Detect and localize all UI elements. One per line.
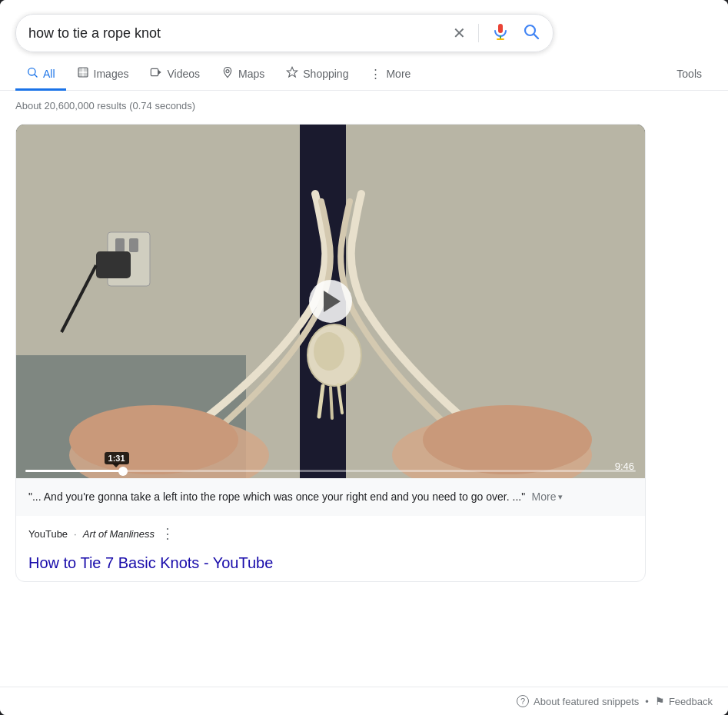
divider — [478, 24, 479, 42]
tools-label: Tools — [676, 68, 702, 80]
svg-rect-11 — [83, 73, 87, 77]
tab-images-label: Images — [94, 68, 129, 80]
tab-videos-label: Videos — [167, 68, 200, 80]
browser-window: how to tie a rope knot ✕ — [0, 0, 728, 715]
timestamp-arrow — [112, 464, 120, 467]
play-triangle-icon — [324, 291, 341, 312]
svg-marker-15 — [288, 67, 298, 77]
flag-icon: ⚑ — [655, 695, 665, 707]
clear-icon[interactable]: ✕ — [453, 24, 466, 42]
more-dots-icon: ⋮ — [370, 67, 381, 81]
svg-point-32 — [423, 405, 592, 474]
results-count: About 20,600,000 results (0.74 seconds) — [15, 100, 713, 111]
tab-more[interactable]: ⋮ More — [359, 59, 421, 91]
images-icon — [77, 66, 89, 81]
search-submit-icon[interactable] — [522, 22, 540, 44]
svg-rect-8 — [78, 68, 82, 72]
source-more-icon[interactable]: ⋮ — [161, 525, 175, 542]
tab-shopping[interactable]: Shopping — [275, 58, 359, 91]
video-card: 1:31 9:46 "... And you're gonna take a l… — [15, 124, 646, 582]
results-area: About 20,600,000 results (0.74 seconds) — [0, 91, 728, 582]
mic-icon[interactable] — [491, 22, 513, 44]
svg-line-6 — [35, 75, 37, 77]
svg-point-25 — [314, 332, 344, 371]
svg-point-30 — [69, 405, 238, 474]
play-button[interactable] — [309, 280, 352, 323]
all-icon — [26, 66, 38, 81]
svg-rect-22 — [96, 251, 131, 278]
tab-maps[interactable]: Maps — [211, 58, 275, 91]
search-input[interactable]: how to tie a rope knot — [28, 25, 453, 42]
tabs-area: All Images Videos — [0, 52, 728, 91]
about-snippets-label: About featured snippets — [534, 696, 639, 707]
progress-bar-fill — [25, 470, 123, 472]
snippet-text: "... And you're gonna take a left into t… — [28, 491, 525, 503]
chevron-down-icon: ▾ — [558, 492, 563, 502]
tab-all[interactable]: All — [15, 58, 66, 91]
tab-tools[interactable]: Tools — [666, 60, 713, 90]
source-area: YouTube · Art of Manliness ⋮ — [16, 516, 645, 551]
time-total: 9:46 — [615, 461, 634, 472]
bottom-bar: ? About featured snippets • ⚑ Feedback — [0, 687, 728, 715]
svg-rect-9 — [83, 68, 87, 72]
search-bar: how to tie a rope knot ✕ — [15, 14, 553, 52]
svg-line-4 — [534, 35, 539, 39]
svg-rect-12 — [151, 68, 158, 75]
result-title-link[interactable]: How to Tie 7 Basic Knots - YouTube — [28, 554, 633, 572]
svg-rect-20 — [115, 238, 125, 252]
timestamp-elapsed: 1:31 — [105, 452, 129, 464]
question-circle-icon: ? — [517, 695, 529, 707]
tab-all-label: All — [43, 68, 55, 80]
source-site: YouTube — [28, 528, 68, 540]
snippet-more-button[interactable]: More ▾ — [532, 491, 563, 503]
bottom-dot-separator: • — [645, 696, 649, 707]
tab-maps-label: Maps — [238, 68, 264, 80]
svg-rect-10 — [78, 73, 82, 77]
feedback-label: Feedback — [669, 696, 713, 707]
svg-line-27 — [331, 387, 332, 418]
tab-images[interactable]: Images — [66, 58, 140, 91]
search-bar-area: how to tie a rope knot ✕ — [0, 0, 728, 52]
snippet-more-label: More — [532, 491, 557, 503]
progress-bar-track[interactable] — [25, 470, 636, 472]
about-snippets-link[interactable]: ? About featured snippets — [517, 695, 639, 707]
tab-videos[interactable]: Videos — [139, 58, 211, 91]
source-separator: · — [74, 528, 77, 540]
svg-rect-21 — [129, 238, 138, 252]
search-icons: ✕ — [453, 22, 540, 44]
shopping-icon — [286, 66, 298, 81]
progress-thumb — [118, 467, 128, 476]
tab-shopping-label: Shopping — [303, 68, 348, 80]
videos-icon — [150, 66, 162, 81]
feedback-button[interactable]: ⚑ Feedback — [655, 695, 713, 707]
tab-more-label: More — [386, 68, 411, 80]
video-container: 1:31 9:46 — [16, 125, 645, 478]
snippet-area: "... And you're gonna take a left into t… — [16, 478, 645, 516]
video-progress-area: 1:31 9:46 — [16, 470, 645, 478]
maps-icon — [221, 66, 234, 81]
svg-marker-13 — [158, 70, 161, 75]
svg-point-14 — [226, 70, 229, 73]
source-author: Art of Manliness — [83, 528, 155, 540]
svg-rect-0 — [498, 24, 503, 33]
